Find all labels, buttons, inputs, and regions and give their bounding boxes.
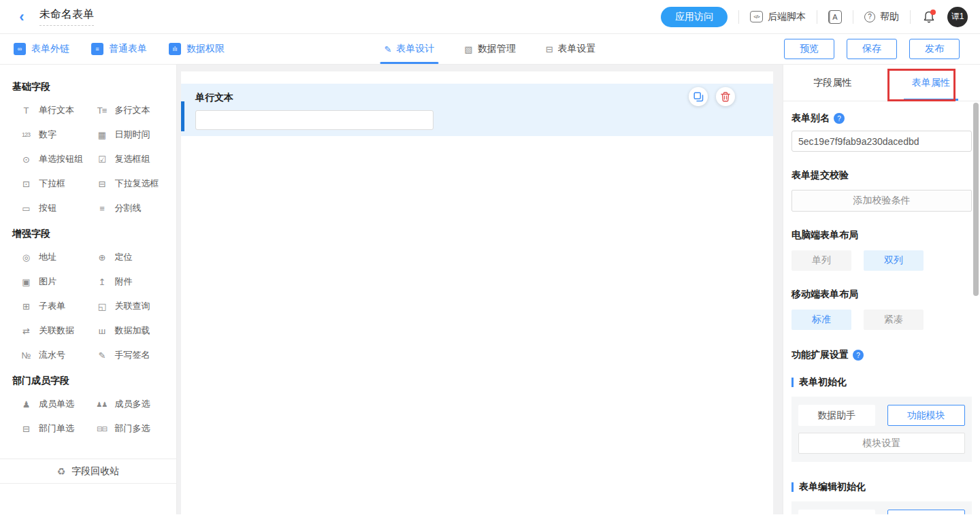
form-edit-init-buttons: 数据助手 功能模块 bbox=[798, 510, 965, 514]
form-external-link-label: 表单外链 bbox=[31, 43, 69, 55]
tab-form-design[interactable]: ✎ 表单设计 bbox=[384, 34, 434, 64]
field-item-signature[interactable]: ✎手写签名 bbox=[95, 349, 172, 361]
selected-field-accent-bar bbox=[181, 101, 184, 131]
add-validation-button[interactable]: 添加校验条件 bbox=[791, 190, 972, 212]
field-item-select[interactable]: ⊡下拉框 bbox=[19, 178, 95, 190]
form-canvas[interactable]: 单行文本 bbox=[177, 65, 783, 514]
field-item-divider[interactable]: ≡分割线 bbox=[95, 202, 172, 214]
field-item-linked-query[interactable]: ◱关联查询 bbox=[95, 300, 172, 312]
field-label: 子表单 bbox=[39, 300, 65, 312]
field-item-address[interactable]: ◎地址 bbox=[19, 251, 95, 263]
form-init-func-module-button[interactable]: 功能模块 bbox=[887, 405, 966, 426]
panel-scrollbar[interactable] bbox=[973, 103, 979, 296]
extension-settings-row: 功能扩展设置 ? bbox=[791, 349, 972, 361]
field-item-location[interactable]: ⊕定位 bbox=[95, 251, 172, 263]
address-book-button[interactable]: A bbox=[828, 10, 842, 24]
button-field-icon: ▭ bbox=[19, 203, 33, 214]
canvas-field-input[interactable] bbox=[195, 110, 434, 130]
form-init-data-helper-button[interactable]: 数据助手 bbox=[798, 405, 875, 426]
normal-form-button[interactable]: ≡ 普通表单 bbox=[91, 43, 147, 55]
field-item-linked-data[interactable]: ⇄关联数据 bbox=[19, 325, 95, 337]
field-item-datetime[interactable]: ▦日期时间 bbox=[95, 129, 172, 141]
field-label: 成员多选 bbox=[115, 398, 150, 410]
form-init-module-setting-button[interactable]: 模块设置 bbox=[798, 433, 965, 454]
pc-layout-double-column-button[interactable]: 双列 bbox=[864, 250, 924, 271]
field-item-single-line-text[interactable]: T单行文本 bbox=[19, 104, 95, 116]
toolbar-left-links: ∞ 表单外链 ≡ 普通表单 ılı 数据权限 bbox=[14, 43, 225, 55]
mobile-layout-compact-button[interactable]: 紧凑 bbox=[864, 310, 924, 330]
copy-icon bbox=[693, 92, 704, 102]
form-edit-init-data-helper-button[interactable]: 数据助手 bbox=[798, 510, 875, 514]
field-label: 日期时间 bbox=[115, 129, 150, 141]
tab-form-settings[interactable]: ⊟ 表单设置 bbox=[546, 34, 596, 64]
avatar[interactable]: 谭1 bbox=[947, 7, 968, 27]
field-item-subform[interactable]: ⊞子表单 bbox=[19, 300, 95, 312]
back-icon[interactable]: ‹ bbox=[14, 9, 30, 25]
field-item-serial-number[interactable]: №流水号 bbox=[19, 349, 95, 361]
form-settings-icon: ⊟ bbox=[546, 44, 553, 54]
field-item-dept-multi[interactable]: ⊟⊟部门多选 bbox=[95, 422, 172, 435]
field-label: 数字 bbox=[39, 129, 56, 141]
field-item-dept-single[interactable]: ⊟部门单选 bbox=[19, 422, 95, 435]
divider bbox=[817, 10, 817, 24]
address-book-icon: A bbox=[828, 10, 842, 24]
copy-field-button[interactable] bbox=[689, 87, 708, 106]
field-item-button[interactable]: ▭按钮 bbox=[19, 202, 95, 214]
field-item-attachment[interactable]: ↥附件 bbox=[95, 276, 172, 288]
calendar-icon: ▦ bbox=[95, 130, 109, 140]
selected-field-single-line-text[interactable]: 单行文本 bbox=[181, 84, 773, 136]
form-alias-label: 表单别名 bbox=[791, 112, 830, 124]
field-item-multi-select[interactable]: ⊟下拉复选框 bbox=[95, 178, 172, 190]
form-alias-input[interactable] bbox=[791, 131, 972, 152]
backend-script-button[interactable]: </> 后端脚本 bbox=[750, 11, 806, 23]
app-access-button[interactable]: 应用访问 bbox=[661, 7, 728, 27]
tab-form-properties[interactable]: 表单属性 bbox=[882, 65, 980, 101]
member-single-icon: ♟ bbox=[19, 399, 33, 410]
field-label: 图片 bbox=[39, 276, 56, 288]
field-item-number[interactable]: 123数字 bbox=[19, 129, 95, 141]
data-management-icon: ▧ bbox=[464, 44, 472, 54]
form-external-link-button[interactable]: ∞ 表单外链 bbox=[14, 43, 69, 55]
save-button[interactable]: 保存 bbox=[847, 39, 897, 59]
backend-script-label: 后端脚本 bbox=[768, 11, 806, 23]
tab-data-management[interactable]: ▧ 数据管理 bbox=[464, 34, 515, 64]
field-label: 单选按钮组 bbox=[39, 153, 83, 165]
tab-field-properties[interactable]: 字段属性 bbox=[783, 65, 882, 101]
field-recycle-bin-button[interactable]: ♻ 字段回收站 bbox=[0, 459, 176, 484]
field-label: 流水号 bbox=[39, 349, 65, 361]
field-label: 附件 bbox=[115, 276, 133, 288]
field-label: 成员单选 bbox=[39, 398, 74, 410]
recycle-label: 字段回收站 bbox=[71, 465, 119, 478]
field-item-data-load[interactable]: ш数据加载 bbox=[95, 325, 172, 337]
tab-form-design-label: 表单设计 bbox=[396, 43, 434, 55]
field-item-member-single[interactable]: ♟成员单选 bbox=[19, 398, 95, 410]
main-tabs: ✎ 表单设计 ▧ 数据管理 ⊟ 表单设置 bbox=[384, 34, 595, 64]
recycle-icon: ♻ bbox=[57, 466, 66, 477]
field-item-radio-group[interactable]: ⊙单选按钮组 bbox=[19, 153, 95, 165]
document-icon: ≡ bbox=[91, 43, 103, 55]
notification-bell-button[interactable] bbox=[921, 10, 936, 24]
extension-settings-label: 功能扩展设置 bbox=[791, 349, 849, 361]
field-item-image[interactable]: ▣图片 bbox=[19, 276, 95, 288]
publish-button[interactable]: 发布 bbox=[909, 39, 960, 59]
extension-help-icon[interactable]: ? bbox=[853, 350, 864, 361]
field-label: 数据加载 bbox=[115, 325, 150, 337]
field-item-multi-line-text[interactable]: T≡多行文本 bbox=[95, 104, 172, 116]
member-fields-grid: ♟成员单选 ♟♟成员多选 ⊟部门单选 ⊟⊟部门多选 bbox=[0, 398, 176, 435]
help-button[interactable]: ? 帮助 bbox=[864, 11, 899, 23]
delete-field-button[interactable] bbox=[716, 87, 735, 106]
form-title-editable[interactable]: 未命名表单 bbox=[39, 7, 94, 26]
divider-field-icon: ≡ bbox=[95, 203, 109, 214]
tab-form-settings-label: 表单设置 bbox=[558, 43, 596, 55]
alias-help-icon[interactable]: ? bbox=[834, 113, 845, 124]
field-item-checkbox-group[interactable]: ☑复选框组 bbox=[95, 153, 172, 165]
data-permission-button[interactable]: ılı 数据权限 bbox=[169, 43, 225, 55]
form-edit-init-func-module-button[interactable]: 功能模块 bbox=[887, 510, 966, 514]
main-area: 基础字段 T单行文本 T≡多行文本 123数字 ▦日期时间 ⊙单选按钮组 ☑复选… bbox=[0, 65, 980, 514]
signature-icon: ✎ bbox=[95, 350, 109, 361]
mobile-layout-standard-button[interactable]: 标准 bbox=[791, 310, 851, 330]
pc-layout-single-column-button[interactable]: 单列 bbox=[791, 250, 851, 271]
field-item-member-multi[interactable]: ♟♟成员多选 bbox=[95, 398, 172, 410]
preview-button[interactable]: 预览 bbox=[784, 39, 834, 59]
data-load-icon: ш bbox=[95, 326, 109, 336]
